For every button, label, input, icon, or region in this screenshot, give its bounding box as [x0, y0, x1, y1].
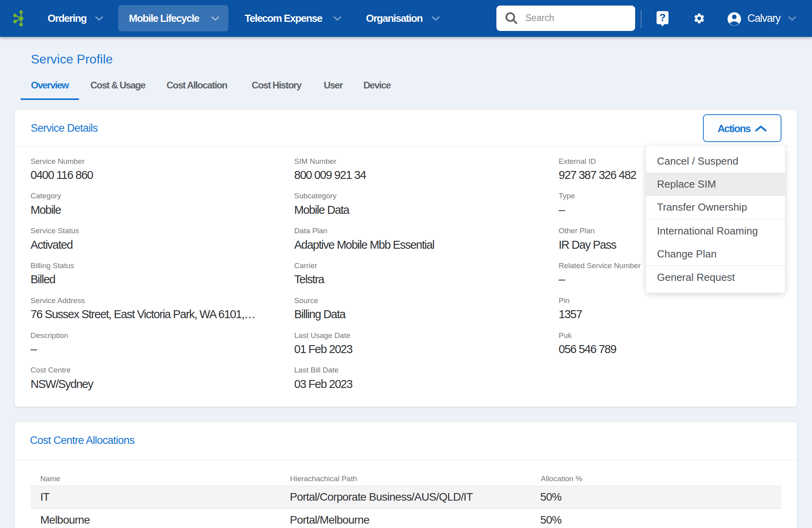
svg-text:?: ? — [659, 12, 666, 23]
